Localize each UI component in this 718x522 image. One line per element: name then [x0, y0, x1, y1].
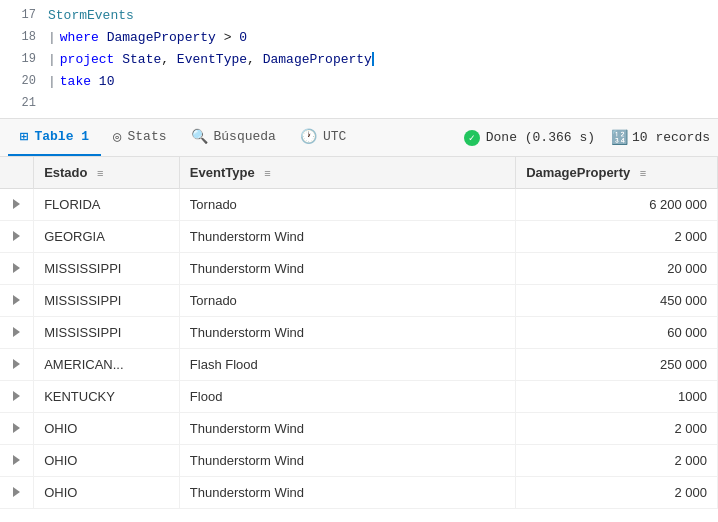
table-row: FLORIDATornado6 200 000 — [0, 189, 718, 221]
table-header-row: Estado ≡ EventType ≡ DamageProperty ≡ — [0, 157, 718, 189]
expand-row-icon — [13, 423, 20, 433]
cell-damageproperty: 2 000 — [516, 445, 718, 477]
cell-damageproperty: 250 000 — [516, 349, 718, 381]
tab-table-label: Table 1 — [34, 129, 89, 144]
table-row: MISSISSIPPIThunderstorm Wind60 000 — [0, 317, 718, 349]
cell-eventtype: Thunderstorm Wind — [179, 477, 515, 509]
done-label: Done (0.366 s) — [486, 130, 595, 145]
code-space — [114, 52, 122, 67]
expand-cell[interactable] — [0, 381, 34, 413]
records-label: 10 records — [632, 130, 710, 145]
code-damageproperty2: DamageProperty — [263, 52, 372, 67]
expand-cell[interactable] — [0, 285, 34, 317]
cell-damageproperty: 2 000 — [516, 477, 718, 509]
expand-row-icon — [13, 231, 20, 241]
col-header-expand — [0, 157, 34, 189]
expand-cell[interactable] — [0, 445, 34, 477]
col-header-estado[interactable]: Estado ≡ — [34, 157, 180, 189]
line-number-20: 20 — [8, 74, 36, 88]
cell-damageproperty: 2 000 — [516, 221, 718, 253]
cell-estado: MISSISSIPPI — [34, 317, 180, 349]
table-row: OHIOThunderstorm Wind2 000 — [0, 413, 718, 445]
code-content-17: StormEvents — [48, 8, 134, 23]
cell-estado: AMERICAN... — [34, 349, 180, 381]
col-eventtype-label: EventType — [190, 165, 255, 180]
filter-eventtype-icon[interactable]: ≡ — [264, 167, 270, 179]
cell-eventtype: Thunderstorm Wind — [179, 253, 515, 285]
tab-utc[interactable]: 🕐 UTC — [288, 119, 358, 156]
cell-estado: FLORIDA — [34, 189, 180, 221]
code-comma2: , — [247, 52, 263, 67]
tab-table[interactable]: ⊞ Table 1 — [8, 119, 101, 156]
col-estado-label: Estado — [44, 165, 87, 180]
code-space — [99, 30, 107, 45]
cell-estado: KENTUCKY — [34, 381, 180, 413]
cell-estado: OHIO — [34, 413, 180, 445]
code-editor: 17 StormEvents 18 | where DamageProperty… — [0, 0, 718, 119]
expand-cell[interactable] — [0, 413, 34, 445]
cell-estado: OHIO — [34, 477, 180, 509]
expand-cell[interactable] — [0, 349, 34, 381]
expand-row-icon — [13, 327, 20, 337]
cell-damageproperty: 450 000 — [516, 285, 718, 317]
expand-row-icon — [13, 295, 20, 305]
expand-row-icon — [13, 455, 20, 465]
expand-row-icon — [13, 199, 20, 209]
code-line-17: 17 StormEvents — [0, 4, 718, 26]
col-damageproperty-label: DamageProperty — [526, 165, 630, 180]
expand-cell[interactable] — [0, 189, 34, 221]
kw-take: take — [60, 74, 91, 89]
cell-eventtype: Thunderstorm Wind — [179, 221, 515, 253]
code-comma1: , — [161, 52, 177, 67]
cell-damageproperty: 2 000 — [516, 413, 718, 445]
tab-busqueda-label: Búsqueda — [214, 129, 276, 144]
cell-eventtype: Thunderstorm Wind — [179, 317, 515, 349]
pipe-19: | — [48, 52, 56, 67]
table-row: GEORGIAThunderstorm Wind2 000 — [0, 221, 718, 253]
code-line-21: 21 — [0, 92, 718, 114]
cell-eventtype: Tornado — [179, 189, 515, 221]
cell-damageproperty: 20 000 — [516, 253, 718, 285]
code-line-18: 18 | where DamageProperty > 0 — [0, 26, 718, 48]
text-cursor — [372, 52, 374, 66]
cell-estado: GEORGIA — [34, 221, 180, 253]
table-row: MISSISSIPPIThunderstorm Wind20 000 — [0, 253, 718, 285]
cell-estado: OHIO — [34, 445, 180, 477]
line-number-21: 21 — [8, 96, 36, 110]
table-container: Estado ≡ EventType ≡ DamageProperty ≡ FL… — [0, 157, 718, 522]
cell-estado: MISSISSIPPI — [34, 285, 180, 317]
expand-cell[interactable] — [0, 317, 34, 349]
cell-eventtype: Flood — [179, 381, 515, 413]
status-done: Done (0.366 s) — [464, 130, 595, 146]
tab-busqueda[interactable]: 🔍 Búsqueda — [179, 119, 288, 156]
search-icon: 🔍 — [191, 128, 208, 145]
filter-damageproperty-icon[interactable]: ≡ — [640, 167, 646, 179]
cell-estado: MISSISSIPPI — [34, 253, 180, 285]
records-icon: 🔢 — [611, 129, 628, 146]
records-badge: 🔢 10 records — [611, 129, 710, 146]
cell-eventtype: Flash Flood — [179, 349, 515, 381]
expand-row-icon — [13, 359, 20, 369]
cell-eventtype: Tornado — [179, 285, 515, 317]
expand-cell[interactable] — [0, 477, 34, 509]
filter-estado-icon[interactable]: ≡ — [97, 167, 103, 179]
expand-cell[interactable] — [0, 253, 34, 285]
identifier-stormevents: StormEvents — [48, 8, 134, 23]
cell-damageproperty: 6 200 000 — [516, 189, 718, 221]
line-number-18: 18 — [8, 30, 36, 44]
tab-stats-label: Stats — [127, 129, 166, 144]
code-operator: > — [216, 30, 239, 45]
table-icon: ⊞ — [20, 128, 28, 145]
col-header-damageproperty[interactable]: DamageProperty ≡ — [516, 157, 718, 189]
done-check-icon — [464, 130, 480, 146]
tab-stats[interactable]: ◎ Stats — [101, 119, 178, 156]
expand-cell[interactable] — [0, 221, 34, 253]
cell-damageproperty: 1000 — [516, 381, 718, 413]
tabs-bar: ⊞ Table 1 ◎ Stats 🔍 Búsqueda 🕐 UTC Done … — [0, 119, 718, 157]
table-row: OHIOThunderstorm Wind2 000 — [0, 477, 718, 509]
line-number-19: 19 — [8, 52, 36, 66]
code-content-18: | where DamageProperty > 0 — [48, 30, 247, 45]
code-zero: 0 — [239, 30, 247, 45]
table-row: KENTUCKYFlood1000 — [0, 381, 718, 413]
col-header-eventtype[interactable]: EventType ≡ — [179, 157, 515, 189]
